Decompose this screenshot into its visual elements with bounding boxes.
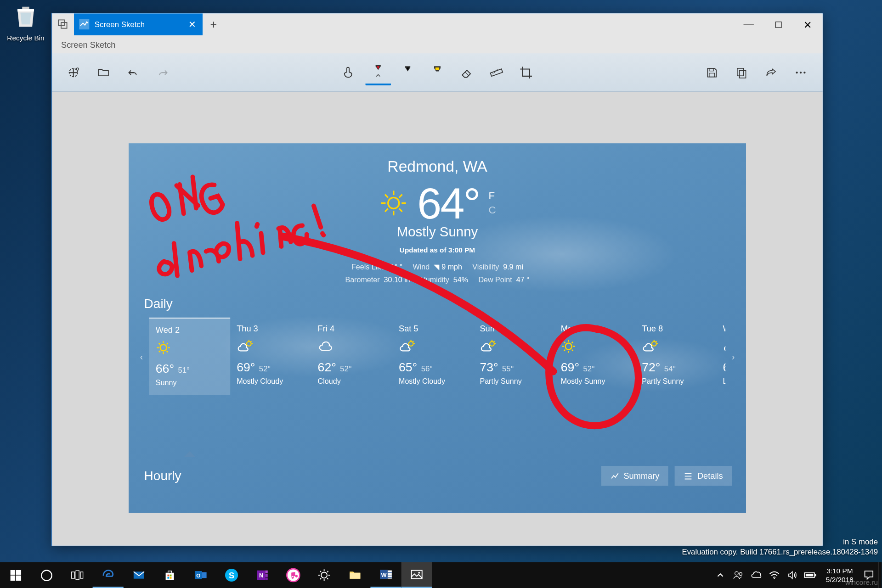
skype-taskbar-button[interactable]: S — [216, 562, 247, 588]
more-button[interactable] — [788, 60, 814, 85]
crop-button[interactable] — [513, 60, 539, 85]
network-tray-icon[interactable] — [765, 562, 783, 588]
day-card[interactable]: Thu 3 69°52° Mostly Cloudy — [230, 318, 311, 395]
open-button[interactable] — [90, 60, 116, 85]
svg-rect-27 — [16, 575, 21, 581]
svg-rect-60 — [815, 574, 816, 576]
eraser-button[interactable] — [454, 60, 480, 85]
windows-icon — [10, 570, 21, 581]
volume-tray-icon[interactable] — [783, 562, 801, 588]
show-desktop-button[interactable] — [878, 562, 882, 588]
tab-screen-sketch[interactable]: Screen Sketch ✕ — [74, 13, 203, 35]
task-view-button[interactable] — [62, 562, 92, 588]
ballpoint-pen-button[interactable] — [365, 60, 391, 85]
tabs-overview-button[interactable] — [52, 13, 74, 35]
pen-red-icon — [372, 64, 384, 79]
day-card[interactable]: Wed 2 66°51° Sunny — [149, 318, 230, 395]
battery-tray-icon[interactable] — [802, 562, 820, 588]
svg-text:O: O — [196, 573, 200, 578]
mail-taskbar-button[interactable] — [124, 562, 154, 588]
highlighter-button[interactable] — [424, 60, 450, 85]
copy-button[interactable] — [729, 60, 754, 85]
unit-fahrenheit: F — [488, 189, 496, 203]
redo-button[interactable] — [150, 60, 175, 85]
clock-time: 3:10 PM — [826, 566, 854, 575]
canvas-area[interactable]: Redmond, WA 64° F C Mostly Sunny Updated… — [52, 92, 822, 545]
outlook-taskbar-button[interactable]: O — [185, 562, 216, 588]
condition-label: Mostly Sunny — [129, 224, 746, 240]
day-weather-icon — [237, 339, 305, 357]
sun-icon — [379, 188, 408, 218]
svg-point-13 — [796, 71, 798, 73]
tray-chevron-button[interactable] — [712, 562, 729, 588]
word-icon: W — [379, 567, 393, 582]
new-tab-button[interactable]: + — [203, 13, 225, 35]
store-icon — [163, 568, 177, 582]
svg-text:S: S — [229, 571, 234, 580]
store-taskbar-button[interactable] — [154, 562, 185, 588]
ruler-button[interactable] — [484, 60, 509, 85]
app-icon — [79, 19, 89, 29]
daily-prev-button[interactable]: ‹ — [134, 351, 149, 361]
minimize-button[interactable]: — — [734, 13, 763, 35]
cortana-button[interactable] — [31, 562, 62, 588]
daily-next-button[interactable]: › — [725, 351, 741, 361]
outlook-icon: O — [193, 568, 208, 582]
weather-taskbar-button[interactable] — [309, 562, 339, 588]
selected-day-caret — [184, 451, 195, 457]
svg-rect-46 — [266, 577, 268, 580]
day-condition: Mostly Cloudy — [399, 377, 467, 385]
more-icon — [794, 66, 807, 79]
touch-writing-button[interactable] — [336, 60, 362, 85]
people-button[interactable] — [729, 562, 747, 588]
explorer-taskbar-button[interactable] — [339, 562, 370, 588]
system-info-overlay: in S mode Evaluation copy. Build 17661.r… — [682, 537, 878, 557]
day-card[interactable]: Tue 8 72°54° Partly Sunny — [635, 318, 716, 395]
svg-point-54 — [418, 572, 420, 574]
new-snip-button[interactable] — [61, 60, 87, 85]
folder-icon — [348, 568, 362, 582]
onedrive-tray-icon[interactable] — [747, 562, 765, 588]
eraser-icon — [460, 65, 474, 79]
undo-button[interactable] — [120, 60, 146, 85]
close-button[interactable]: ✕ — [793, 13, 822, 35]
svg-rect-24 — [10, 570, 15, 574]
day-high: 66° — [156, 362, 174, 376]
day-card[interactable]: W 6 L — [717, 318, 726, 395]
day-card[interactable]: Fri 4 62°52° Cloudy — [311, 318, 392, 395]
word-taskbar-button[interactable]: W — [370, 562, 401, 588]
screen-sketch-window: Screen Sketch ✕ + — ✕ Screen Sketch — [51, 13, 823, 546]
svg-point-15 — [803, 71, 805, 73]
summary-button[interactable]: Summary — [601, 466, 668, 486]
photos-icon — [410, 567, 424, 582]
photos-taskbar-button[interactable] — [401, 562, 432, 588]
recycle-bin-label: Recycle Bin — [6, 34, 45, 42]
day-high: 69° — [237, 360, 255, 375]
day-card[interactable]: Sat 5 65°56° Mostly Cloudy — [392, 318, 473, 395]
svg-rect-12 — [740, 70, 746, 78]
recycle-bin[interactable]: Recycle Bin — [6, 3, 45, 42]
svg-rect-11 — [737, 68, 744, 75]
day-card[interactable]: Mon 7 69°52° Mostly Sunny — [554, 318, 635, 395]
undo-icon — [127, 66, 140, 79]
share-button[interactable] — [758, 60, 784, 85]
svg-point-17 — [160, 344, 167, 351]
details-button[interactable]: Details — [675, 466, 732, 486]
onenote-taskbar-button[interactable]: N — [247, 562, 278, 588]
updated-label: Updated as of 3:00 PM — [129, 246, 746, 254]
svg-rect-29 — [71, 572, 74, 578]
tab-close-button[interactable]: ✕ — [188, 19, 196, 29]
day-card[interactable]: Sun 6 73°55° Partly Sunny — [473, 318, 554, 395]
build-label: Evaluation copy. Build 17661.rs_prerelea… — [682, 547, 878, 557]
day-high: 65° — [399, 360, 417, 375]
svg-point-57 — [774, 578, 775, 579]
maximize-button[interactable] — [763, 13, 793, 35]
save-button[interactable] — [699, 60, 725, 85]
itunes-taskbar-button[interactable] — [278, 562, 309, 588]
start-button[interactable] — [0, 562, 31, 588]
day-condition: L — [723, 377, 726, 385]
svg-rect-53 — [412, 571, 422, 579]
svg-text:W: W — [381, 571, 387, 578]
pencil-button[interactable] — [395, 60, 421, 85]
edge-taskbar-button[interactable] — [93, 562, 124, 588]
